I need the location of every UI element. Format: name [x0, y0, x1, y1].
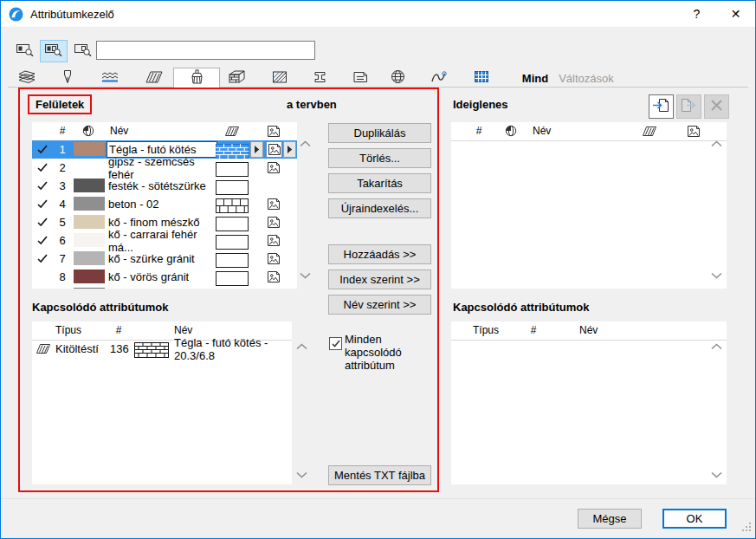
fill-pattern-thumbnail [134, 341, 169, 359]
texture-dropdown-button[interactable] [283, 141, 296, 158]
column-header-type: Típus [55, 321, 81, 339]
row-number: 7 [51, 250, 74, 268]
cancel-button[interactable]: Mégse [578, 509, 642, 529]
list-header: Típus # Név [451, 321, 727, 341]
texture-button[interactable] [266, 141, 282, 158]
fill-pattern-swatch[interactable] [216, 142, 249, 160]
zone-categories-icon [352, 70, 369, 87]
fill-pattern-swatch [216, 251, 249, 270]
column-header-number: # [113, 321, 125, 339]
fill-pattern-swatch [216, 233, 249, 251]
close-button[interactable]: ✕ [716, 1, 755, 27]
row-number: 6 [51, 231, 74, 250]
search-right-icon [74, 42, 93, 60]
checkmark-icon [37, 213, 51, 231]
tab-mind[interactable]: Mind [515, 70, 555, 87]
column-header-number: # [473, 122, 485, 140]
surface-name: kő - carrarai fehér má... [108, 231, 214, 250]
checkmark-icon [37, 250, 51, 268]
chevron-up-icon[interactable] [711, 343, 722, 350]
tab-pens[interactable] [48, 68, 87, 88]
related-attribute-row[interactable]: Kitöltéstí136Tégla - futó kötés - 20.3/6… [32, 340, 292, 358]
table-row[interactable] [32, 286, 297, 289]
surface-name: kő - szürke gránit [108, 250, 214, 268]
surface-name: festék - sötétszürke [108, 177, 214, 195]
tab-layout-grid[interactable] [462, 68, 501, 88]
globe-icon [391, 69, 405, 87]
tab-valtozasok[interactable]: Változások [555, 70, 617, 87]
column-header-number: # [56, 122, 68, 140]
chevron-down-icon[interactable] [711, 471, 722, 478]
fill-dropdown-button[interactable] [250, 141, 263, 158]
by-name-button[interactable]: Név szerint >> [328, 295, 431, 315]
chevron-up-icon[interactable] [300, 140, 311, 147]
chevron-up-icon[interactable] [296, 343, 307, 350]
export-page-icon [680, 97, 698, 116]
table-row[interactable]: 6kő - carrarai fehér má... [32, 231, 297, 250]
related-title-left: Kapcsolódó attribútumok [32, 301, 168, 314]
texture-icon [267, 195, 282, 213]
search-input[interactable] [96, 41, 315, 60]
color-swatch [74, 197, 105, 211]
panel-title-ideiglenes: Ideiglenes [453, 98, 508, 111]
table-row[interactable]: 3festék - sötétszürke [32, 177, 297, 195]
delete-button[interactable]: Törlés... [328, 148, 431, 168]
column-header-name: Név [579, 321, 598, 339]
tab-line-types[interactable] [91, 68, 131, 88]
tab-profiles[interactable] [300, 68, 339, 88]
scope-label: a tervben [287, 98, 337, 111]
fill-pattern-swatch [216, 215, 249, 233]
ok-button[interactable]: OK [662, 509, 727, 529]
all-related-checkbox[interactable] [329, 337, 342, 350]
row-number: 8 [51, 268, 74, 286]
texture-icon [267, 268, 282, 286]
delete-temporary-button[interactable] [704, 94, 729, 119]
fill-column-icon [642, 122, 657, 140]
row-number: 1 [51, 140, 74, 159]
table-row[interactable]: 4beton - 02 [32, 195, 297, 213]
chevron-down-icon[interactable] [711, 272, 722, 279]
search-left-panel-button[interactable] [11, 40, 39, 62]
move-from-temporary-button[interactable] [676, 94, 701, 119]
tab-building-materials[interactable] [260, 68, 300, 88]
texture-icon [267, 231, 282, 250]
tab-layers[interactable] [7, 68, 47, 88]
import-page-icon [652, 97, 670, 116]
tab-composites[interactable] [216, 68, 256, 88]
tab-zone-categories[interactable] [340, 68, 380, 88]
fill-pattern-swatch [216, 179, 249, 197]
purge-button[interactable]: Takarítás [328, 173, 431, 193]
surface-name: beton - 02 [108, 195, 214, 213]
x-icon [710, 99, 723, 114]
move-to-temporary-button[interactable] [649, 94, 674, 119]
tab-fill-types[interactable] [134, 68, 174, 88]
column-header-number: # [527, 321, 540, 339]
tab-surfaces[interactable] [173, 68, 220, 88]
color-swatch [74, 270, 105, 283]
table-row[interactable]: 8kő - vörös gránit [32, 268, 297, 286]
chevron-up-icon[interactable] [711, 140, 722, 147]
append-button[interactable]: Hozzáadás >> [328, 244, 431, 264]
footer-divider [1, 498, 755, 499]
texture-icon [267, 213, 282, 231]
column-header-name: Név [533, 122, 551, 140]
search-right-panel-button[interactable] [69, 40, 97, 62]
duplicate-button[interactable]: Duplikálás [328, 123, 431, 143]
titlebar: Attribútumkezelő ? ✕ [1, 1, 755, 28]
attribute-manager-window: Attribútumkezelő ? ✕ Mind Változások Fel… [0, 0, 756, 539]
chevron-down-icon[interactable] [300, 272, 311, 279]
surface-name: kő - vörös gránit [108, 268, 214, 286]
by-index-button[interactable]: Index szerint >> [328, 270, 431, 289]
reindex-button[interactable]: Újraindexelés... [328, 198, 431, 218]
chevron-down-icon[interactable] [296, 471, 307, 478]
table-row[interactable]: 7kő - szürke gránit [32, 250, 297, 268]
help-button[interactable]: ? [677, 1, 716, 27]
list-header: # Név [32, 122, 297, 141]
save-txt-button[interactable]: Mentés TXT fájlba [328, 465, 431, 485]
panel-title-feluletek: Felületek [28, 94, 92, 114]
tab-renovation[interactable] [418, 68, 458, 88]
tab-globe[interactable] [378, 68, 417, 88]
resize-grip[interactable] [742, 523, 753, 536]
search-both-panels-button[interactable] [40, 40, 68, 62]
table-row[interactable]: 2gipsz - szemcsés fehér [32, 159, 297, 177]
